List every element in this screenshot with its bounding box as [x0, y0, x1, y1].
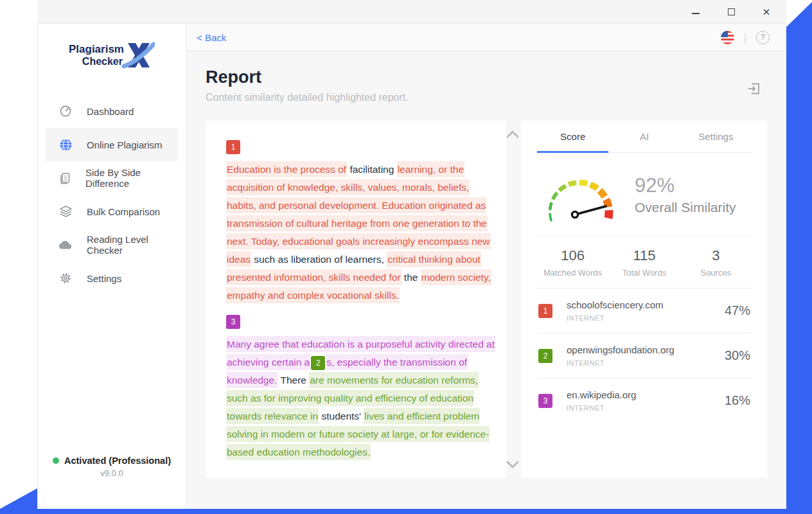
- sidebar-item-label: Side By Side Difference: [85, 167, 178, 189]
- sidebar-item-online-plagiarism[interactable]: Online Plagiarism: [46, 128, 178, 161]
- stat-value: 106: [537, 247, 608, 264]
- gear-icon: [58, 272, 73, 285]
- source-badge-1: 1: [538, 304, 552, 318]
- gauge-pivot: [572, 211, 578, 217]
- source-badge-2[interactable]: 2: [311, 356, 325, 370]
- cloud-icon: [58, 239, 73, 251]
- sidebar-item-label: Dashboard: [87, 106, 134, 117]
- speedometer-icon: [58, 105, 73, 118]
- source-percent: 30%: [725, 348, 750, 363]
- gauge-segment: [550, 202, 552, 210]
- tab-settings[interactable]: Settings: [680, 121, 752, 152]
- gauge-segment: [600, 191, 605, 197]
- maximize-icon: [728, 8, 735, 15]
- source-type: INTERNET: [567, 359, 675, 367]
- scroll-up-button[interactable]: [506, 129, 519, 141]
- page-title: Report: [206, 67, 786, 87]
- decorative-blue-strip: [0, 509, 812, 514]
- us-flag-icon[interactable]: [721, 31, 734, 44]
- sidebar-item-label: Bulk Comparison: [87, 206, 160, 217]
- tab-score[interactable]: Score: [537, 121, 608, 152]
- decorative-blue-band: [786, 0, 812, 514]
- source-badge-1[interactable]: 1: [226, 140, 240, 154]
- app-window: ✕ Plagiarism Checker DashboardOnline Pla…: [0, 0, 812, 514]
- gauge-segment: [569, 182, 576, 184]
- stats-row: 106Matched Words115Total Words3Sources: [537, 236, 752, 288]
- sidebar-item-bulk-comparison[interactable]: Bulk Comparison: [46, 195, 178, 228]
- document-panel: 1Education is the process of facilitatin…: [206, 121, 506, 478]
- activation-status: Activated (Professional) v9.0.0: [38, 456, 186, 478]
- source-badge-2: 2: [538, 349, 552, 363]
- scroll-down-button[interactable]: [506, 459, 519, 471]
- sources-list: 1schoolofsciencery.comINTERNET47%2openwi…: [537, 288, 752, 423]
- sidebar-item-settings[interactable]: Settings: [46, 261, 178, 295]
- source-row[interactable]: 3en.wikipedia.orgINTERNET16%: [537, 378, 752, 423]
- score-tabs: ScoreAISettings: [537, 121, 752, 153]
- sidebar-item-reading-level-checker[interactable]: Reading Level Checker: [46, 228, 178, 261]
- source-domain: en.wikipedia.org: [567, 389, 636, 400]
- source-type: INTERNET: [567, 404, 636, 412]
- topbar-actions: | ?: [721, 31, 770, 44]
- stat-matched-words: 106Matched Words: [537, 247, 608, 278]
- source-badge-3: 3: [538, 394, 552, 408]
- text-segment: facilitating: [347, 164, 397, 175]
- stat-sources: 3Sources: [680, 247, 752, 278]
- overall-similarity: 92% Overall Similarity: [635, 174, 736, 215]
- sidebar-item-dashboard[interactable]: Dashboard: [46, 94, 178, 128]
- logo-x-icon: [121, 39, 155, 71]
- sidebar: Plagiarism Checker DashboardOnline Plagi…: [37, 24, 186, 509]
- stat-label: Matched Words: [537, 268, 608, 278]
- maximize-button[interactable]: [727, 7, 736, 16]
- content-topbar: < Back | ?: [186, 24, 786, 51]
- help-icon[interactable]: ?: [756, 31, 770, 44]
- similarity-percent: 92%: [635, 174, 736, 197]
- minimize-icon: [692, 13, 700, 14]
- similarity-gauge-icon: [540, 166, 624, 224]
- source-percent: 47%: [725, 303, 750, 318]
- highlighted-text: Education is the process of facilitating…: [226, 161, 497, 305]
- stat-value: 3: [680, 247, 752, 264]
- source-domain: schoolofsciencery.com: [567, 299, 664, 310]
- page-subtitle: Content similarity detailed highlighted …: [206, 92, 786, 103]
- export-report-button[interactable]: [746, 80, 762, 99]
- documents-icon: [58, 172, 71, 184]
- minimize-button[interactable]: [691, 7, 700, 16]
- source-row[interactable]: 2openwingsfoundation.orgINTERNET30%: [537, 333, 752, 378]
- text-segment: such as liberation of learners,: [251, 254, 387, 265]
- source-info: en.wikipedia.orgINTERNET: [567, 389, 636, 412]
- titlebar: ✕: [37, 0, 786, 24]
- report-header: Report Content similarity detailed highl…: [186, 51, 786, 103]
- sidebar-nav: DashboardOnline PlagiarismSide By Side D…: [38, 94, 186, 295]
- activation-label: Activated (Professional): [38, 456, 186, 466]
- close-icon: ✕: [763, 7, 771, 17]
- logo-line1: Plagiarism: [69, 43, 124, 56]
- stat-total-words: 115Total Words: [608, 247, 680, 278]
- source-row[interactable]: 1schoolofsciencery.comINTERNET47%: [537, 288, 752, 333]
- gauge-segment: [608, 210, 609, 218]
- stat-label: Sources: [680, 268, 752, 278]
- back-link[interactable]: < Back: [197, 32, 226, 43]
- gauge-segment: [552, 193, 557, 200]
- export-icon: [746, 80, 762, 96]
- text-segment: the: [402, 272, 421, 283]
- highlighted-text: Many agree that education is a purposefu…: [226, 335, 497, 461]
- sidebar-item-label: Settings: [87, 273, 121, 284]
- sidebar-item-label: Online Plagiarism: [87, 139, 163, 150]
- app-logo: Plagiarism Checker: [38, 39, 186, 71]
- activation-dot-icon: [53, 457, 59, 464]
- source-info: openwingsfoundation.orgINTERNET: [567, 344, 675, 367]
- source-info: schoolofsciencery.comINTERNET: [567, 299, 664, 322]
- source-domain: openwingsfoundation.org: [567, 344, 675, 355]
- sidebar-item-side-by-side-difference[interactable]: Side By Side Difference: [46, 161, 178, 195]
- source-badge-3[interactable]: 3: [226, 315, 240, 329]
- decorative-blue-triangle: [0, 488, 37, 509]
- close-button[interactable]: ✕: [762, 7, 771, 16]
- text-segment: There: [278, 375, 309, 386]
- chevron-down-icon: [506, 461, 519, 468]
- tab-ai[interactable]: AI: [608, 121, 680, 152]
- source-type: INTERNET: [567, 314, 664, 322]
- document-paragraph: 1Education is the process of facilitatin…: [226, 140, 497, 305]
- app-version: v9.0.0: [38, 468, 186, 478]
- main-content: < Back | ? Report Content similarity det…: [186, 24, 786, 509]
- source-percent: 16%: [725, 393, 750, 408]
